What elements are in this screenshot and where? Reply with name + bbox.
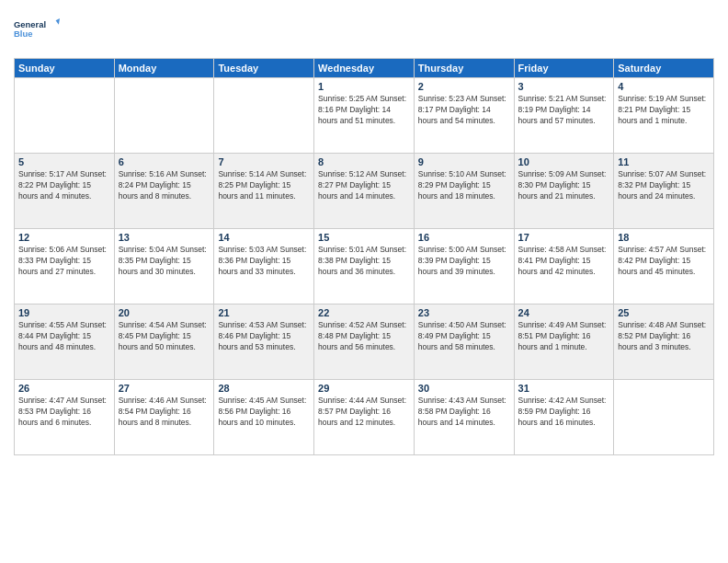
day-info: Sunrise: 4:43 AM Sunset: 8:58 PM Dayligh…: [418, 396, 510, 429]
day-info: Sunrise: 4:46 AM Sunset: 8:54 PM Dayligh…: [119, 396, 210, 429]
day-number: 28: [218, 383, 310, 394]
week-row-4: 19Sunrise: 4:55 AM Sunset: 8:44 PM Dayli…: [15, 304, 714, 380]
calendar-table: SundayMondayTuesdayWednesdayThursdayFrid…: [14, 58, 714, 455]
calendar-cell: 15Sunrise: 5:01 AM Sunset: 8:38 PM Dayli…: [314, 229, 415, 304]
day-info: Sunrise: 5:16 AM Sunset: 8:24 PM Dayligh…: [119, 169, 210, 202]
calendar-cell: 24Sunrise: 4:49 AM Sunset: 8:51 PM Dayli…: [514, 304, 614, 380]
col-header-tuesday: Tuesday: [214, 59, 314, 78]
logo: General Blue: [14, 9, 60, 51]
day-info: Sunrise: 5:01 AM Sunset: 8:38 PM Dayligh…: [318, 245, 410, 278]
logo-svg: General Blue: [14, 9, 60, 51]
calendar-cell: 16Sunrise: 5:00 AM Sunset: 8:39 PM Dayli…: [414, 229, 514, 304]
col-header-wednesday: Wednesday: [314, 59, 415, 78]
day-number: 1: [318, 81, 410, 92]
calendar-cell: [214, 78, 314, 154]
day-info: Sunrise: 4:50 AM Sunset: 8:49 PM Dayligh…: [418, 320, 510, 353]
calendar-cell: [114, 78, 214, 154]
day-number: 3: [518, 81, 610, 92]
calendar-cell: 28Sunrise: 4:45 AM Sunset: 8:56 PM Dayli…: [214, 380, 314, 455]
col-header-thursday: Thursday: [414, 59, 514, 78]
day-number: 10: [518, 156, 610, 167]
day-number: 24: [518, 307, 610, 318]
day-info: Sunrise: 5:10 AM Sunset: 8:29 PM Dayligh…: [418, 169, 510, 202]
svg-marker-2: [56, 18, 60, 25]
day-info: Sunrise: 4:53 AM Sunset: 8:46 PM Dayligh…: [218, 320, 310, 353]
day-info: Sunrise: 4:55 AM Sunset: 8:44 PM Dayligh…: [18, 320, 110, 353]
day-number: 9: [418, 156, 510, 167]
calendar-cell: 29Sunrise: 4:44 AM Sunset: 8:57 PM Dayli…: [314, 380, 415, 455]
day-info: Sunrise: 4:45 AM Sunset: 8:56 PM Dayligh…: [218, 396, 310, 429]
calendar-cell: 19Sunrise: 4:55 AM Sunset: 8:44 PM Dayli…: [15, 304, 115, 380]
day-number: 5: [18, 156, 110, 167]
calendar-cell: 12Sunrise: 5:06 AM Sunset: 8:33 PM Dayli…: [15, 229, 115, 304]
day-info: Sunrise: 4:42 AM Sunset: 8:59 PM Dayligh…: [518, 396, 610, 429]
calendar-cell: 11Sunrise: 5:07 AM Sunset: 8:32 PM Dayli…: [614, 154, 714, 229]
day-number: 26: [18, 383, 110, 394]
day-info: Sunrise: 5:04 AM Sunset: 8:35 PM Dayligh…: [119, 245, 210, 278]
day-info: Sunrise: 5:03 AM Sunset: 8:36 PM Dayligh…: [218, 245, 310, 278]
day-info: Sunrise: 4:54 AM Sunset: 8:45 PM Dayligh…: [119, 320, 210, 353]
day-info: Sunrise: 5:23 AM Sunset: 8:17 PM Dayligh…: [418, 94, 510, 127]
day-number: 30: [418, 383, 510, 394]
day-info: Sunrise: 5:09 AM Sunset: 8:30 PM Dayligh…: [518, 169, 610, 202]
calendar-cell: 21Sunrise: 4:53 AM Sunset: 8:46 PM Dayli…: [214, 304, 314, 380]
day-number: 13: [119, 232, 210, 243]
day-info: Sunrise: 5:12 AM Sunset: 8:27 PM Dayligh…: [318, 169, 410, 202]
calendar-cell: 20Sunrise: 4:54 AM Sunset: 8:45 PM Dayli…: [114, 304, 214, 380]
calendar-cell: 31Sunrise: 4:42 AM Sunset: 8:59 PM Dayli…: [514, 380, 614, 455]
day-info: Sunrise: 4:49 AM Sunset: 8:51 PM Dayligh…: [518, 320, 610, 353]
day-info: Sunrise: 5:00 AM Sunset: 8:39 PM Dayligh…: [418, 245, 510, 278]
day-number: 16: [418, 232, 510, 243]
calendar-cell: 18Sunrise: 4:57 AM Sunset: 8:42 PM Dayli…: [614, 229, 714, 304]
calendar-cell: 6Sunrise: 5:16 AM Sunset: 8:24 PM Daylig…: [114, 154, 214, 229]
calendar-cell: 3Sunrise: 5:21 AM Sunset: 8:19 PM Daylig…: [514, 78, 614, 154]
day-number: 18: [618, 232, 710, 243]
calendar-cell: 7Sunrise: 5:14 AM Sunset: 8:25 PM Daylig…: [214, 154, 314, 229]
calendar-cell: 9Sunrise: 5:10 AM Sunset: 8:29 PM Daylig…: [414, 154, 514, 229]
day-number: 14: [218, 232, 310, 243]
calendar-cell: 13Sunrise: 5:04 AM Sunset: 8:35 PM Dayli…: [114, 229, 214, 304]
col-header-saturday: Saturday: [614, 59, 714, 78]
day-number: 29: [318, 383, 410, 394]
day-info: Sunrise: 4:52 AM Sunset: 8:48 PM Dayligh…: [318, 320, 410, 353]
day-number: 22: [318, 307, 410, 318]
day-number: 8: [318, 156, 410, 167]
col-header-friday: Friday: [514, 59, 614, 78]
day-info: Sunrise: 5:19 AM Sunset: 8:21 PM Dayligh…: [618, 94, 710, 127]
day-info: Sunrise: 5:17 AM Sunset: 8:22 PM Dayligh…: [18, 169, 110, 202]
day-number: 15: [318, 232, 410, 243]
day-info: Sunrise: 5:21 AM Sunset: 8:19 PM Dayligh…: [518, 94, 610, 127]
calendar-cell: [614, 380, 714, 455]
day-info: Sunrise: 5:07 AM Sunset: 8:32 PM Dayligh…: [618, 169, 710, 202]
header-row: SundayMondayTuesdayWednesdayThursdayFrid…: [15, 59, 714, 78]
calendar-cell: 5Sunrise: 5:17 AM Sunset: 8:22 PM Daylig…: [15, 154, 115, 229]
day-number: 20: [119, 307, 210, 318]
week-row-5: 26Sunrise: 4:47 AM Sunset: 8:53 PM Dayli…: [15, 380, 714, 455]
day-number: 4: [618, 81, 710, 92]
page: General Blue SundayMondayTuesdayWednesda…: [0, 0, 728, 465]
week-row-2: 5Sunrise: 5:17 AM Sunset: 8:22 PM Daylig…: [15, 154, 714, 229]
day-number: 7: [218, 156, 310, 167]
calendar-cell: 30Sunrise: 4:43 AM Sunset: 8:58 PM Dayli…: [414, 380, 514, 455]
day-number: 31: [518, 383, 610, 394]
day-number: 25: [618, 307, 710, 318]
header: General Blue: [14, 9, 714, 51]
calendar-cell: 14Sunrise: 5:03 AM Sunset: 8:36 PM Dayli…: [214, 229, 314, 304]
svg-text:General: General: [14, 19, 46, 29]
calendar-cell: 2Sunrise: 5:23 AM Sunset: 8:17 PM Daylig…: [414, 78, 514, 154]
day-number: 17: [518, 232, 610, 243]
day-info: Sunrise: 4:57 AM Sunset: 8:42 PM Dayligh…: [618, 245, 710, 278]
week-row-1: 1Sunrise: 5:25 AM Sunset: 8:16 PM Daylig…: [15, 78, 714, 154]
day-info: Sunrise: 4:44 AM Sunset: 8:57 PM Dayligh…: [318, 396, 410, 429]
calendar-cell: 25Sunrise: 4:48 AM Sunset: 8:52 PM Dayli…: [614, 304, 714, 380]
calendar-cell: 26Sunrise: 4:47 AM Sunset: 8:53 PM Dayli…: [15, 380, 115, 455]
day-number: 6: [119, 156, 210, 167]
day-number: 21: [218, 307, 310, 318]
calendar-cell: 4Sunrise: 5:19 AM Sunset: 8:21 PM Daylig…: [614, 78, 714, 154]
day-number: 11: [618, 156, 710, 167]
day-number: 27: [119, 383, 210, 394]
day-info: Sunrise: 5:14 AM Sunset: 8:25 PM Dayligh…: [218, 169, 310, 202]
svg-text:Blue: Blue: [14, 29, 32, 39]
day-info: Sunrise: 4:48 AM Sunset: 8:52 PM Dayligh…: [618, 320, 710, 353]
day-number: 12: [18, 232, 110, 243]
